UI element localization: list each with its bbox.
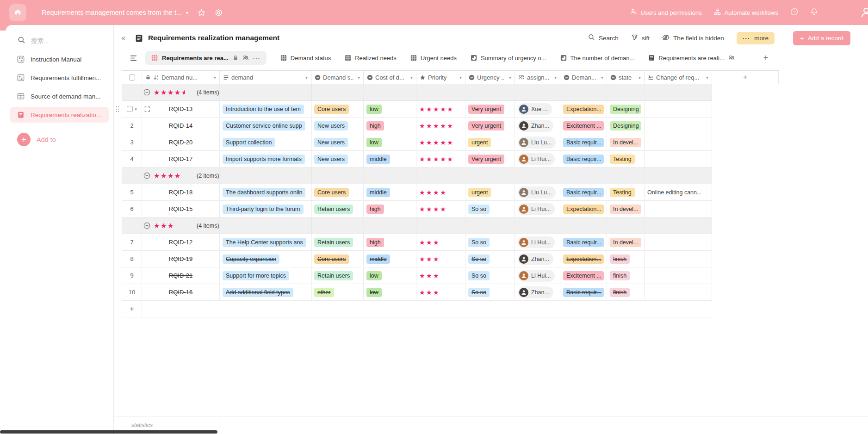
demand-number-cell[interactable]: RQID-18 bbox=[142, 184, 220, 201]
column-header[interactable]: Change of req...▾ bbox=[645, 70, 712, 84]
priority-cell[interactable]: ★★★★★ bbox=[416, 101, 465, 118]
users-permissions-button[interactable]: Users and permissions bbox=[630, 8, 701, 17]
demand-number-cell[interactable]: RQID-17 bbox=[142, 151, 220, 167]
state-cell[interactable]: In devel... bbox=[607, 134, 645, 151]
demand-number-cell[interactable]: RQID-21 bbox=[142, 267, 220, 284]
column-menu-caret-icon[interactable]: ▾ bbox=[508, 75, 511, 80]
add-view-button[interactable]: + bbox=[763, 53, 769, 63]
demand-source-cell[interactable]: Retain users bbox=[311, 234, 364, 251]
row-index-cell[interactable]: ▾ bbox=[122, 101, 142, 118]
change-cell[interactable] bbox=[645, 234, 712, 251]
demand-category-cell[interactable]: Basic requir... bbox=[560, 134, 607, 151]
urgency-cell[interactable]: So so bbox=[465, 201, 515, 217]
row-index-cell[interactable]: 9 bbox=[122, 267, 142, 284]
priority-cell[interactable]: ★★★ bbox=[416, 267, 465, 284]
help-icon[interactable]: ? bbox=[790, 8, 798, 17]
row-checkbox[interactable] bbox=[127, 106, 133, 112]
demand-source-cell[interactable]: other bbox=[311, 284, 364, 301]
priority-cell[interactable]: ★★★★ bbox=[416, 201, 465, 217]
row-caret-icon[interactable]: ▾ bbox=[135, 107, 137, 112]
collaborators-icon[interactable] bbox=[242, 55, 249, 61]
view-tab[interactable]: Demand status bbox=[280, 55, 331, 62]
change-cell[interactable] bbox=[645, 251, 712, 267]
statistics-label[interactable]: statistics bbox=[131, 422, 153, 428]
demand-number-cell[interactable]: RQID-13 bbox=[142, 101, 220, 118]
drag-handle-icon[interactable] bbox=[116, 105, 119, 112]
demand-source-cell[interactable]: Retain users bbox=[311, 267, 364, 284]
change-cell[interactable] bbox=[645, 151, 712, 167]
priority-cell[interactable]: ★★★★★ bbox=[416, 134, 465, 151]
state-cell[interactable]: finish bbox=[607, 284, 645, 301]
row-index-cell[interactable]: 5 bbox=[122, 184, 142, 201]
collapse-group-icon[interactable] bbox=[143, 89, 150, 96]
cost-cell[interactable]: low bbox=[364, 101, 416, 118]
demand-number-cell[interactable]: RQID-19 bbox=[142, 251, 220, 267]
row-index-cell[interactable]: 7 bbox=[122, 234, 142, 251]
expand-record-icon[interactable] bbox=[144, 106, 150, 112]
state-cell[interactable]: finish bbox=[607, 267, 645, 284]
demand-source-cell[interactable]: Core users bbox=[311, 251, 364, 267]
favorite-star-icon[interactable] bbox=[198, 9, 205, 17]
home-button[interactable] bbox=[9, 4, 26, 21]
demand-cell[interactable]: Customer service online supp bbox=[220, 118, 311, 134]
demand-source-cell[interactable]: New users bbox=[311, 134, 364, 151]
assignee-cell[interactable]: Li Hui... bbox=[515, 234, 560, 251]
change-cell[interactable] bbox=[645, 201, 712, 217]
cost-cell[interactable]: low bbox=[364, 267, 416, 284]
add-to-button[interactable]: + Add to bbox=[17, 133, 113, 146]
cost-cell[interactable]: high bbox=[364, 234, 416, 251]
column-header[interactable]: 12Demand nu...▾ bbox=[142, 70, 220, 84]
title-caret-icon[interactable]: ▾ bbox=[186, 10, 188, 15]
change-cell[interactable] bbox=[645, 134, 712, 151]
column-header[interactable]: Priority▾ bbox=[416, 70, 465, 84]
state-cell[interactable]: In devel... bbox=[607, 201, 645, 217]
demand-category-cell[interactable]: Excitement ... bbox=[560, 267, 607, 284]
view-tab[interactable]: Urgent needs bbox=[410, 55, 457, 62]
change-cell[interactable]: Online editing cann... bbox=[645, 184, 712, 201]
priority-cell[interactable]: ★★★ bbox=[416, 234, 465, 251]
row-index-cell[interactable]: 6 bbox=[122, 201, 142, 217]
column-menu-caret-icon[interactable]: ▾ bbox=[356, 75, 360, 80]
priority-cell[interactable]: ★★★ bbox=[416, 284, 465, 301]
column-header[interactable]: state▾ bbox=[607, 70, 645, 84]
row-index-cell[interactable]: 2 bbox=[122, 118, 142, 134]
select-all-cell[interactable] bbox=[122, 70, 142, 84]
priority-cell[interactable]: ★★★ bbox=[416, 251, 465, 267]
add-column-button[interactable]: + bbox=[712, 70, 779, 84]
priority-cell[interactable]: ★★★★ bbox=[416, 184, 465, 201]
column-header[interactable]: demand▾ bbox=[220, 70, 311, 84]
cost-cell[interactable]: middle bbox=[364, 184, 416, 201]
cost-cell[interactable]: middle bbox=[364, 151, 416, 167]
column-header[interactable]: Demand s...▾ bbox=[311, 70, 364, 84]
column-header[interactable]: assign...▾ bbox=[515, 70, 560, 84]
sidebar-item[interactable]: Requirements realizatio... bbox=[10, 107, 109, 123]
demand-category-cell[interactable]: Expectation... bbox=[560, 201, 607, 217]
demand-number-cell[interactable]: RQID-15 bbox=[142, 201, 220, 217]
cost-cell[interactable]: high bbox=[364, 118, 416, 134]
state-cell[interactable]: Designing bbox=[607, 118, 645, 134]
assignee-cell[interactable]: Zhan... bbox=[515, 251, 560, 267]
demand-cell[interactable]: Support collection bbox=[220, 134, 311, 151]
demand-cell[interactable]: Introduction to the use of tem bbox=[220, 101, 311, 118]
priority-cell[interactable]: ★★★★★ bbox=[416, 118, 465, 134]
column-menu-caret-icon[interactable]: ▾ bbox=[409, 75, 413, 80]
demand-cell[interactable]: Add additional field types bbox=[220, 284, 311, 301]
account-avatar-icon[interactable] bbox=[860, 6, 868, 21]
add-record-button[interactable]: + Add a record bbox=[793, 31, 850, 45]
urgency-cell[interactable]: So so bbox=[465, 234, 515, 251]
column-header[interactable]: Cost of d...▾ bbox=[364, 70, 416, 84]
column-menu-caret-icon[interactable]: ▾ bbox=[553, 75, 557, 80]
demand-source-cell[interactable]: New users bbox=[311, 118, 364, 134]
change-cell[interactable] bbox=[645, 284, 712, 301]
state-cell[interactable]: Designing bbox=[607, 101, 645, 118]
demand-category-cell[interactable]: Excitement ... bbox=[560, 118, 607, 134]
view-tab-active[interactable]: Requirements are rea...··· bbox=[145, 51, 267, 65]
column-menu-caret-icon[interactable]: ▾ bbox=[705, 75, 708, 80]
urgency-cell[interactable]: urgent bbox=[465, 184, 515, 201]
sidebar-item[interactable]: Requirements fulfillmen... bbox=[10, 70, 109, 86]
urgency-cell[interactable]: urgent bbox=[465, 134, 515, 151]
sidebar-item[interactable]: Source of demand man... bbox=[10, 88, 109, 104]
column-header[interactable]: Deman...▾ bbox=[560, 70, 607, 84]
view-tab[interactable]: Summary of urgency o... bbox=[471, 55, 546, 62]
demand-source-cell[interactable]: Core users bbox=[311, 184, 364, 201]
